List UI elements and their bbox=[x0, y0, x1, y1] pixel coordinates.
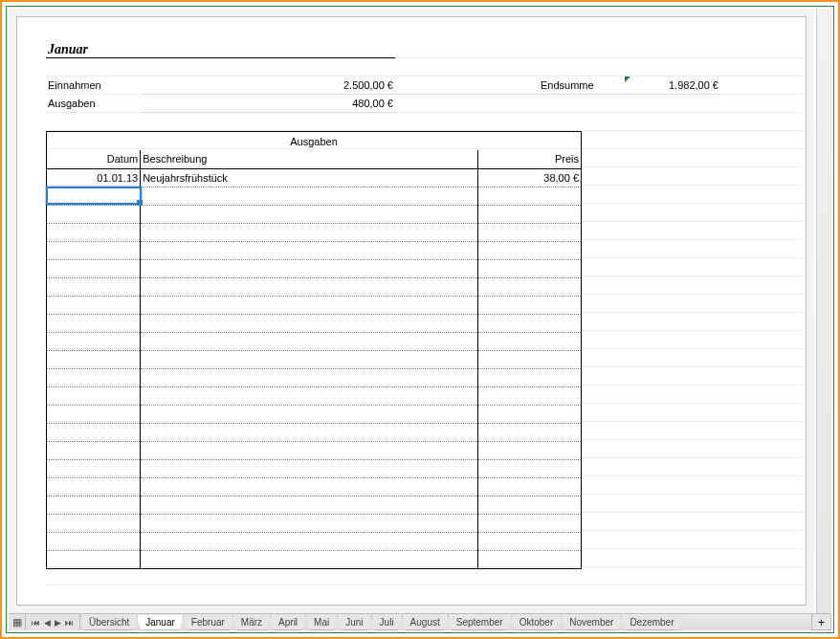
nav-prev-icon[interactable]: ◀ bbox=[42, 618, 53, 628]
nav-last-icon[interactable]: ⏭ bbox=[63, 618, 76, 628]
add-sheet-button[interactable]: + bbox=[811, 614, 831, 630]
sheet-tabs: Übersicht Januar Februar März April Mai … bbox=[80, 614, 811, 630]
tab-februar[interactable]: Februar bbox=[183, 615, 233, 630]
table-row[interactable] bbox=[47, 296, 582, 314]
tab-juni[interactable]: Juni bbox=[337, 615, 371, 630]
nav-first-icon[interactable]: ⏮ bbox=[30, 618, 42, 628]
table-row[interactable] bbox=[47, 259, 582, 277]
sheet-menu-icon[interactable]: ▦ bbox=[9, 614, 26, 630]
spreadsheet-canvas[interactable]: Januar Einnahmen 2.500,00 € Endsumme bbox=[16, 16, 807, 606]
expenses-title: Ausgaben bbox=[46, 131, 582, 150]
table-row[interactable] bbox=[47, 350, 582, 368]
table-row[interactable] bbox=[47, 314, 582, 332]
expenses-table[interactable]: Datum Beschreibung Preis 01.01.13 Neujah… bbox=[46, 150, 582, 569]
header-date: Datum bbox=[47, 150, 141, 168]
cell-description[interactable]: Neujahrsfrühstück bbox=[141, 168, 478, 187]
expenses-section: Ausgaben Datum Beschreibung Preis 01.01.… bbox=[46, 131, 802, 569]
endsumme-label: Endsumme bbox=[539, 77, 625, 95]
table-row[interactable] bbox=[47, 514, 582, 532]
table-row[interactable]: 01.01.13 Neujahrsfrühstück 38,00 € bbox=[47, 168, 582, 187]
header-description: Beschreibung bbox=[141, 150, 478, 168]
income-label: Einnahmen bbox=[46, 77, 142, 95]
table-row[interactable] bbox=[47, 423, 582, 441]
table-row[interactable] bbox=[47, 241, 582, 259]
cell-price[interactable]: 38,00 € bbox=[477, 168, 581, 187]
table-row[interactable] bbox=[47, 223, 582, 241]
tab-mai[interactable]: Mai bbox=[305, 615, 338, 630]
tab-navigation: ⏮ ◀ ▶ ⏭ bbox=[26, 614, 80, 630]
endsumme-value: 1.982,00 € bbox=[625, 77, 720, 95]
sheet-tab-bar: ▦ ⏮ ◀ ▶ ⏭ Übersicht Januar Februar März … bbox=[9, 613, 831, 630]
table-row[interactable] bbox=[47, 441, 582, 459]
income-value: 2.500,00 € bbox=[299, 77, 395, 95]
table-row[interactable] bbox=[47, 368, 582, 386]
tab-august[interactable]: August bbox=[402, 615, 449, 630]
table-row[interactable] bbox=[47, 405, 582, 423]
tab-januar[interactable]: Januar bbox=[137, 615, 184, 630]
header-price: Preis bbox=[477, 150, 581, 168]
table-row[interactable] bbox=[47, 205, 582, 223]
table-row[interactable] bbox=[47, 386, 582, 405]
spreadsheet-page: Januar Einnahmen 2.500,00 € Endsumme bbox=[9, 9, 814, 613]
tab-uebersicht[interactable]: Übersicht bbox=[80, 615, 138, 630]
tab-juli[interactable]: Juli bbox=[371, 615, 403, 630]
table-row[interactable] bbox=[47, 550, 582, 568]
table-row[interactable] bbox=[47, 277, 582, 296]
tab-april[interactable]: April bbox=[270, 615, 306, 630]
tab-november[interactable]: November bbox=[561, 615, 622, 630]
error-indicator-icon bbox=[625, 77, 630, 82]
tab-dezember[interactable]: Dezember bbox=[621, 615, 682, 630]
table-row[interactable] bbox=[47, 532, 582, 550]
tab-oktober[interactable]: Oktober bbox=[511, 615, 563, 630]
table-header-row: Datum Beschreibung Preis bbox=[47, 150, 582, 168]
vertical-scrollbar[interactable] bbox=[816, 9, 831, 613]
nav-next-icon[interactable]: ▶ bbox=[53, 618, 63, 628]
tab-maerz[interactable]: März bbox=[232, 615, 271, 630]
expenses-label: Ausgaben bbox=[46, 95, 142, 113]
cell-date[interactable]: 01.01.13 bbox=[47, 168, 141, 187]
table-row[interactable] bbox=[47, 459, 582, 477]
expenses-value: 480,00 € bbox=[299, 95, 395, 113]
table-row[interactable] bbox=[47, 496, 582, 514]
table-row[interactable] bbox=[47, 477, 582, 496]
tab-september[interactable]: September bbox=[448, 615, 512, 630]
table-row[interactable] bbox=[47, 187, 582, 205]
table-row[interactable] bbox=[47, 332, 582, 350]
month-title: Januar bbox=[46, 40, 142, 58]
